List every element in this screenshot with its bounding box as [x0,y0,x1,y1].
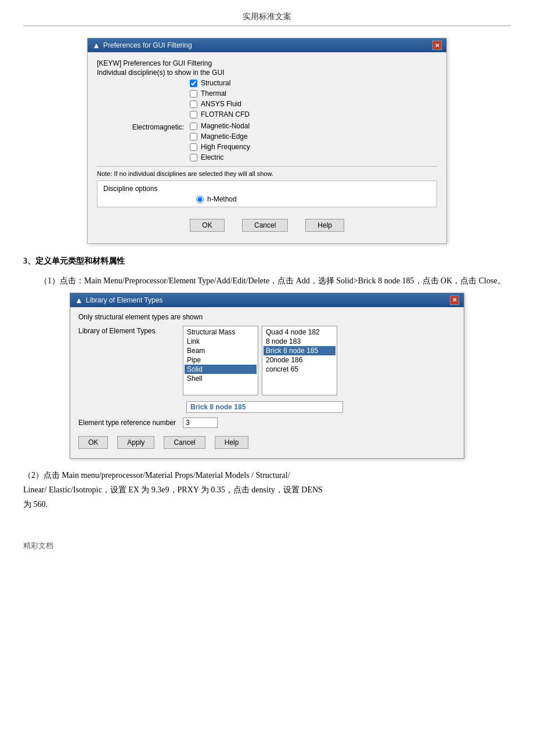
preferences-buttons: OK Cancel Help [97,214,437,236]
flotran-label: FLOTRAN CFD [201,110,250,118]
h-method-row: h-Method [196,195,431,203]
list-item-solid[interactable]: Solid [185,365,257,374]
lib-title: Library of Element Types [86,296,163,304]
h-method-radio[interactable] [196,196,204,203]
ansys-fluid-row: ANSYS Fluid [190,100,437,108]
individual-label: Individual discipline(s) to show in the … [97,69,437,77]
preferences-titlebar: ▲ Preferences for GUI Filtering ✕ [88,38,446,52]
electric-checkbox[interactable] [190,154,197,161]
close-button[interactable]: ✕ [432,41,442,50]
ansys-icon: ▲ [92,41,100,50]
list-item[interactable]: Quad 4 node 182 [264,327,335,337]
thermal-row: Thermal [190,89,437,98]
lib-cancel-button[interactable]: Cancel [164,436,205,449]
note-text: Note: If no individual disciplines are s… [97,166,437,177]
page-header: 实用标准文案 [23,12,511,26]
em-options: Magnetic-Nodal Magnetic-Edge High Freque… [190,122,250,161]
high-freq-row: High Frequency [190,143,250,151]
flotran-row: FLOTRAN CFD [190,110,437,118]
thermal-checkbox[interactable] [190,90,197,98]
lib-main-row: Library of Element Types Structural Mass… [78,326,456,395]
ok-button[interactable]: OK [190,219,225,232]
lib-apply-button[interactable]: Apply [117,436,154,449]
list-item[interactable]: concret 65 [264,365,335,374]
h-method-label: h-Method [207,195,237,203]
mag-nodal-label: Magnetic-Nodal [201,122,250,130]
mag-edge-row: Magnetic-Edge [190,132,250,141]
ref-row: Element type reference number [78,417,456,428]
flotran-checkbox[interactable] [190,111,197,118]
mag-nodal-row: Magnetic-Nodal [190,122,250,130]
preferences-body: [KEYW] Preferences for GUI Filtering Ind… [88,52,446,243]
em-label: Electromagnetic: [97,122,190,131]
left-list[interactable]: Structural Mass Link Beam Pipe Solid She… [183,326,258,395]
ref-input[interactable] [183,417,218,428]
list-item[interactable]: Structural Mass [185,327,257,337]
lib-close-button[interactable]: ✕ [450,296,459,305]
discipline-options-label: Discipline options [103,185,431,193]
electric-label: Electric [201,153,223,161]
step2-text: （2）点击 Main menu/preprocessor/Material Pr… [23,468,511,512]
keyw-label: [KEYW] Preferences for GUI Filtering [97,59,437,67]
page-footer: 精彩文档 [23,535,511,551]
lib-buttons: OK Apply Cancel Help [78,433,456,452]
high-freq-label: High Frequency [201,143,250,151]
step2-text2: Linear/ Elastic/Isotropic，设置 EX 为 9.3e9，… [23,485,323,494]
lib-ansys-icon: ▲ [75,296,83,305]
list-item[interactable]: 8 node 183 [264,337,335,346]
ansys-fluid-checkbox[interactable] [190,100,197,108]
step2-text3: 为 560. [23,500,48,509]
structural-checkbox[interactable] [190,80,197,87]
structural-label: Structural [201,79,230,87]
preferences-title: Preferences for GUI Filtering [103,41,192,49]
cancel-button[interactable]: Cancel [242,219,288,232]
mag-edge-checkbox[interactable] [190,133,197,141]
right-list[interactable]: Quad 4 node 182 8 node 183 Brick 8 node … [262,326,337,395]
lib-titlebar: ▲ Library of Element Types ✕ [70,293,464,307]
list-item[interactable]: Pipe [185,355,257,365]
structural-row: Structural [190,79,437,87]
em-section: Electromagnetic: Magnetic-Nodal Magnetic… [97,122,437,161]
high-freq-checkbox[interactable] [190,143,197,151]
preferences-dialog: ▲ Preferences for GUI Filtering ✕ [KEYW]… [87,38,447,244]
list-item[interactable]: Beam [185,346,257,355]
lib-note: Only structural element types are shown [78,313,456,321]
lib-list-label: Library of Element Types [78,326,183,335]
section3-heading-text: 3、定义单元类型和材料属性 [23,257,125,265]
mag-nodal-checkbox[interactable] [190,123,197,130]
list-item[interactable]: 20node 186 [264,355,335,365]
list-item[interactable]: Shell [185,374,257,383]
thermal-label: Thermal [201,89,226,98]
lib-ok-button[interactable]: OK [78,436,108,449]
step2-text1: （2）点击 Main menu/preprocessor/Material Pr… [23,471,290,480]
selected-display: Brick 8 node 185 [186,401,343,413]
list-item[interactable]: Link [185,337,257,346]
electric-row: Electric [190,153,250,161]
lib-dialog: ▲ Library of Element Types ✕ Only struct… [70,293,464,459]
lib-help-button[interactable]: Help [215,436,249,449]
ref-label: Element type reference number [78,419,183,427]
section3-heading: 3、定义单元类型和材料属性 [23,254,511,268]
mag-edge-label: Magnetic-Edge [201,132,248,141]
lib-body: Only structural element types are shown … [70,307,464,458]
discipline-options-section: Discipline options h-Method [97,181,437,207]
help-button[interactable]: Help [305,219,344,232]
list-boxes: Structural Mass Link Beam Pipe Solid She… [183,326,337,395]
step1-text: （1）点击：Main Menu/Preprocessor/Element Typ… [23,274,511,288]
list-item-brick185[interactable]: Brick 8 node 185 [264,346,335,355]
ansys-fluid-label: ANSYS Fluid [201,100,241,108]
